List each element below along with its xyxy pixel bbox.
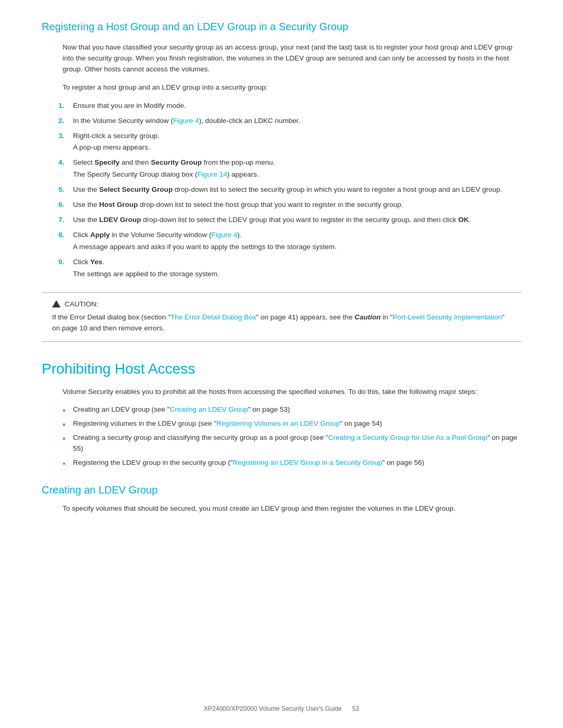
- step-9: 9. Click Yes. The settings are applied t…: [73, 257, 521, 280]
- section-register-heading: Registering a Host Group and an LDEV Gro…: [42, 21, 521, 33]
- bullet-3-link[interactable]: Creating a Security Group for Use As a P…: [328, 434, 487, 441]
- bullet-4: Registering the LDEV group in the securi…: [73, 458, 521, 468]
- step-3-text: Right-click a security group.: [73, 132, 160, 140]
- bullet-1: Creating an LDEV group (see "Creating an…: [73, 404, 521, 415]
- step-5-text: Use the Select Security Group drop-down …: [73, 186, 502, 193]
- step-1-num: 1.: [58, 101, 64, 112]
- section-create-ldev-intro: To specify volumes that should be secure…: [63, 503, 521, 514]
- step-4: 4. Select Specify and then Security Grou…: [73, 157, 521, 180]
- step-4-link[interactable]: Figure 14: [198, 170, 227, 178]
- step-3: 3. Right-click a security group. A pop-u…: [73, 131, 521, 154]
- step-6: 6. Use the Host Group drop-down list to …: [73, 200, 521, 211]
- step-1-text: Ensure that you are in Modify mode.: [73, 102, 186, 109]
- step-1: 1. Ensure that you are in Modify mode.: [73, 101, 521, 112]
- step-3-sub: A pop-up menu appears.: [73, 142, 521, 153]
- step-8-num: 8.: [58, 230, 64, 241]
- caution-triangle-icon: [52, 300, 60, 307]
- page-footer: XP24000/XP20000 Volume Security User's G…: [0, 705, 563, 712]
- step-8-text: Click Apply in the Volume Security windo…: [73, 231, 241, 239]
- step-4-num: 4.: [58, 157, 64, 168]
- step-2: 2. In the Volume Security window (Figure…: [73, 116, 521, 127]
- caution-link-1[interactable]: The Error Detail Dialog Box: [170, 313, 256, 321]
- step-7-text: Use the LDEV Group drop-down list to sel…: [73, 216, 471, 224]
- prohibit-bullet-list: Creating an LDEV group (see "Creating an…: [73, 404, 521, 468]
- section-prohibit-heading: Prohibiting Host Access: [42, 361, 521, 377]
- step-9-num: 9.: [58, 257, 64, 268]
- section-create-ldev-heading: Creating an LDEV Group: [42, 484, 521, 496]
- bullet-3: Creating a security group and classifyin…: [73, 433, 521, 454]
- bullet-2: Registering volumes in the LDEV group (s…: [73, 418, 521, 429]
- bullet-2-link[interactable]: Registering Volumes in an LDEV Group: [216, 419, 340, 427]
- section-prohibit-intro: Volume Security enables you to prohibit …: [63, 387, 521, 398]
- caution-box: CAUTION: If the Error Detail dialog box …: [42, 292, 521, 342]
- step-9-text: Click Yes.: [73, 258, 104, 266]
- step-8-sub: A message appears and asks if you want t…: [73, 242, 521, 253]
- step-8: 8. Click Apply in the Volume Security wi…: [73, 230, 521, 253]
- caution-link-2[interactable]: Port-Level Security Implementation: [393, 313, 502, 321]
- page: Registering a Host Group and an LDEV Gro…: [0, 0, 563, 728]
- step-4-sub: The Specify Security Group dialog box (F…: [73, 169, 521, 180]
- caution-title: CAUTION:: [52, 300, 511, 308]
- step-4-text: Select Specify and then Security Group f…: [73, 158, 275, 166]
- footer-product: XP24000/XP20000 Volume Security User's G…: [204, 705, 341, 712]
- step-9-sub: The settings are applied to the storage …: [73, 269, 521, 280]
- step-6-num: 6.: [58, 200, 64, 211]
- bullet-1-link[interactable]: Creating an LDEV Group: [170, 405, 248, 413]
- caution-label: CAUTION:: [65, 300, 99, 308]
- steps-list: 1. Ensure that you are in Modify mode. 2…: [73, 101, 521, 280]
- step-3-num: 3.: [58, 131, 64, 142]
- to-register-label: To register a host group and an LDEV gro…: [63, 82, 521, 93]
- bullet-4-link[interactable]: Registering an LDEV Group in a Security …: [232, 459, 382, 466]
- step-6-text: Use the Host Group drop-down list to sel…: [73, 201, 403, 208]
- step-8-link[interactable]: Figure 4: [212, 231, 238, 239]
- step-7-num: 7.: [58, 215, 64, 226]
- caution-text: If the Error Detail dialog box (section …: [52, 312, 511, 334]
- step-5-num: 5.: [58, 184, 64, 195]
- step-2-link[interactable]: Figure 4: [173, 117, 199, 125]
- step-5: 5. Use the Select Security Group drop-do…: [73, 184, 521, 195]
- step-2-text: In the Volume Security window (Figure 4)…: [73, 117, 300, 125]
- section-register-intro: Now that you have classified your securi…: [63, 42, 521, 75]
- footer-page-number: 53: [352, 705, 359, 712]
- step-7: 7. Use the LDEV Group drop-down list to …: [73, 215, 521, 226]
- step-2-num: 2.: [58, 116, 64, 127]
